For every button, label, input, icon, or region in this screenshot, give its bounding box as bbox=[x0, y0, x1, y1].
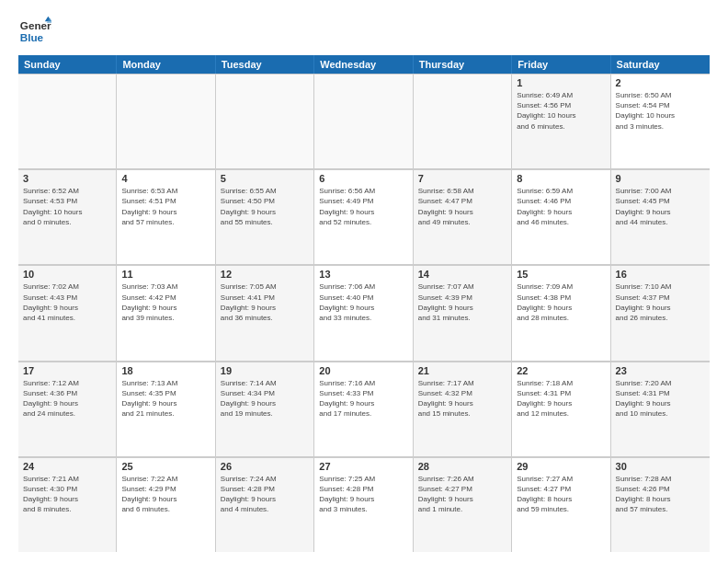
calendar-header-cell: Friday bbox=[512, 55, 610, 74]
day-number: 23 bbox=[616, 365, 705, 376]
day-info: Sunrise: 7:14 AMSunset: 4:34 PMDaylight:… bbox=[221, 378, 309, 419]
day-info: Sunrise: 6:55 AMSunset: 4:50 PMDaylight:… bbox=[221, 186, 309, 227]
calendar-cell: 17Sunrise: 7:12 AMSunset: 4:36 PMDayligh… bbox=[18, 362, 117, 456]
calendar-week: 10Sunrise: 7:02 AMSunset: 4:43 PMDayligh… bbox=[18, 265, 710, 361]
calendar-cell: 5Sunrise: 6:55 AMSunset: 4:50 PMDaylight… bbox=[216, 169, 314, 264]
day-number: 4 bbox=[121, 173, 210, 184]
day-number: 13 bbox=[319, 269, 407, 280]
day-info: Sunrise: 7:18 AMSunset: 4:31 PMDaylight:… bbox=[517, 378, 605, 419]
day-number: 10 bbox=[23, 269, 111, 280]
calendar-week: 3Sunrise: 6:52 AMSunset: 4:53 PMDaylight… bbox=[18, 169, 710, 265]
day-info: Sunrise: 6:52 AMSunset: 4:53 PMDaylight:… bbox=[23, 186, 111, 227]
day-number: 27 bbox=[319, 461, 407, 472]
day-info: Sunrise: 6:53 AMSunset: 4:51 PMDaylight:… bbox=[121, 186, 210, 227]
day-info: Sunrise: 7:24 AMSunset: 4:28 PMDaylight:… bbox=[221, 474, 309, 515]
day-info: Sunrise: 7:28 AMSunset: 4:26 PMDaylight:… bbox=[616, 474, 705, 515]
calendar-cell: 30Sunrise: 7:28 AMSunset: 4:26 PMDayligh… bbox=[611, 457, 710, 552]
day-number: 11 bbox=[121, 269, 210, 280]
calendar-cell: 25Sunrise: 7:22 AMSunset: 4:29 PMDayligh… bbox=[117, 457, 215, 552]
day-info: Sunrise: 7:00 AMSunset: 4:45 PMDaylight:… bbox=[616, 186, 705, 227]
day-info: Sunrise: 6:59 AMSunset: 4:46 PMDaylight:… bbox=[517, 186, 605, 227]
day-number: 12 bbox=[221, 269, 309, 280]
calendar-cell: 3Sunrise: 6:52 AMSunset: 4:53 PMDaylight… bbox=[18, 169, 117, 264]
logo-icon: General Blue bbox=[18, 15, 51, 48]
calendar-cell: 16Sunrise: 7:10 AMSunset: 4:37 PMDayligh… bbox=[611, 265, 710, 360]
calendar-cell: 23Sunrise: 7:20 AMSunset: 4:31 PMDayligh… bbox=[611, 362, 710, 456]
day-number: 5 bbox=[221, 173, 309, 184]
day-info: Sunrise: 7:26 AMSunset: 4:27 PMDaylight:… bbox=[418, 474, 506, 515]
day-info: Sunrise: 7:25 AMSunset: 4:28 PMDaylight:… bbox=[319, 474, 407, 515]
calendar-week: 17Sunrise: 7:12 AMSunset: 4:36 PMDayligh… bbox=[18, 362, 710, 457]
calendar-cell: 22Sunrise: 7:18 AMSunset: 4:31 PMDayligh… bbox=[512, 362, 610, 456]
day-number: 22 bbox=[517, 365, 605, 376]
day-number: 7 bbox=[418, 173, 506, 184]
calendar-cell: 13Sunrise: 7:06 AMSunset: 4:40 PMDayligh… bbox=[314, 265, 413, 360]
svg-text:Blue: Blue bbox=[20, 31, 44, 43]
calendar-header-cell: Tuesday bbox=[216, 55, 314, 74]
day-number: 25 bbox=[121, 461, 210, 472]
calendar-cell: 20Sunrise: 7:16 AMSunset: 4:33 PMDayligh… bbox=[314, 362, 413, 456]
logo: General Blue bbox=[18, 15, 51, 48]
day-number: 9 bbox=[616, 173, 705, 184]
calendar-body: 1Sunrise: 6:49 AMSunset: 4:56 PMDaylight… bbox=[18, 74, 710, 552]
calendar-cell bbox=[18, 74, 117, 168]
day-info: Sunrise: 7:03 AMSunset: 4:42 PMDaylight:… bbox=[121, 282, 210, 323]
calendar-cell: 14Sunrise: 7:07 AMSunset: 4:39 PMDayligh… bbox=[414, 265, 512, 360]
calendar-cell bbox=[216, 74, 314, 168]
calendar-header-cell: Monday bbox=[117, 55, 215, 74]
day-info: Sunrise: 6:56 AMSunset: 4:49 PMDaylight:… bbox=[319, 186, 407, 227]
day-info: Sunrise: 7:05 AMSunset: 4:41 PMDaylight:… bbox=[221, 282, 309, 323]
calendar-cell: 9Sunrise: 7:00 AMSunset: 4:45 PMDaylight… bbox=[611, 169, 710, 264]
calendar-week: 1Sunrise: 6:49 AMSunset: 4:56 PMDaylight… bbox=[18, 74, 710, 169]
day-info: Sunrise: 6:58 AMSunset: 4:47 PMDaylight:… bbox=[418, 186, 506, 227]
day-info: Sunrise: 7:09 AMSunset: 4:38 PMDaylight:… bbox=[517, 282, 605, 323]
day-info: Sunrise: 7:12 AMSunset: 4:36 PMDaylight:… bbox=[23, 378, 111, 419]
day-info: Sunrise: 7:13 AMSunset: 4:35 PMDaylight:… bbox=[121, 378, 210, 419]
calendar-cell: 11Sunrise: 7:03 AMSunset: 4:42 PMDayligh… bbox=[117, 265, 215, 360]
day-info: Sunrise: 6:50 AMSunset: 4:54 PMDaylight:… bbox=[616, 90, 705, 132]
day-info: Sunrise: 7:06 AMSunset: 4:40 PMDaylight:… bbox=[319, 282, 407, 323]
day-info: Sunrise: 7:17 AMSunset: 4:32 PMDaylight:… bbox=[418, 378, 506, 419]
day-number: 18 bbox=[121, 365, 210, 376]
day-number: 1 bbox=[517, 77, 605, 88]
calendar-cell: 10Sunrise: 7:02 AMSunset: 4:43 PMDayligh… bbox=[18, 265, 117, 360]
day-info: Sunrise: 7:20 AMSunset: 4:31 PMDaylight:… bbox=[616, 378, 705, 419]
day-number: 30 bbox=[616, 461, 705, 472]
calendar-cell: 2Sunrise: 6:50 AMSunset: 4:54 PMDaylight… bbox=[611, 74, 710, 168]
calendar-cell: 28Sunrise: 7:26 AMSunset: 4:27 PMDayligh… bbox=[414, 457, 512, 552]
day-info: Sunrise: 7:16 AMSunset: 4:33 PMDaylight:… bbox=[319, 378, 407, 419]
day-number: 3 bbox=[23, 173, 111, 184]
day-number: 6 bbox=[319, 173, 407, 184]
calendar-cell: 24Sunrise: 7:21 AMSunset: 4:30 PMDayligh… bbox=[18, 457, 117, 552]
day-number: 20 bbox=[319, 365, 407, 376]
calendar: SundayMondayTuesdayWednesdayThursdayFrid… bbox=[18, 55, 710, 552]
calendar-cell: 8Sunrise: 6:59 AMSunset: 4:46 PMDaylight… bbox=[512, 169, 610, 264]
day-info: Sunrise: 6:49 AMSunset: 4:56 PMDaylight:… bbox=[517, 90, 605, 132]
calendar-cell: 21Sunrise: 7:17 AMSunset: 4:32 PMDayligh… bbox=[414, 362, 512, 456]
calendar-header-cell: Wednesday bbox=[314, 55, 413, 74]
calendar-cell: 26Sunrise: 7:24 AMSunset: 4:28 PMDayligh… bbox=[216, 457, 314, 552]
calendar-cell: 12Sunrise: 7:05 AMSunset: 4:41 PMDayligh… bbox=[216, 265, 314, 360]
day-info: Sunrise: 7:27 AMSunset: 4:27 PMDaylight:… bbox=[517, 474, 605, 515]
calendar-header-cell: Sunday bbox=[18, 55, 117, 74]
calendar-cell: 6Sunrise: 6:56 AMSunset: 4:49 PMDaylight… bbox=[314, 169, 413, 264]
day-number: 24 bbox=[23, 461, 111, 472]
calendar-cell bbox=[314, 74, 413, 168]
calendar-cell: 1Sunrise: 6:49 AMSunset: 4:56 PMDaylight… bbox=[512, 74, 610, 168]
day-number: 19 bbox=[221, 365, 309, 376]
calendar-week: 24Sunrise: 7:21 AMSunset: 4:30 PMDayligh… bbox=[18, 457, 710, 552]
calendar-cell: 4Sunrise: 6:53 AMSunset: 4:51 PMDaylight… bbox=[117, 169, 215, 264]
day-number: 28 bbox=[418, 461, 506, 472]
calendar-cell: 27Sunrise: 7:25 AMSunset: 4:28 PMDayligh… bbox=[314, 457, 413, 552]
day-number: 17 bbox=[23, 365, 111, 376]
calendar-cell: 18Sunrise: 7:13 AMSunset: 4:35 PMDayligh… bbox=[117, 362, 215, 456]
day-number: 8 bbox=[517, 173, 605, 184]
day-number: 26 bbox=[221, 461, 309, 472]
day-info: Sunrise: 7:07 AMSunset: 4:39 PMDaylight:… bbox=[418, 282, 506, 323]
calendar-header-cell: Thursday bbox=[414, 55, 512, 74]
day-info: Sunrise: 7:02 AMSunset: 4:43 PMDaylight:… bbox=[23, 282, 111, 323]
day-number: 15 bbox=[517, 269, 605, 280]
calendar-header: SundayMondayTuesdayWednesdayThursdayFrid… bbox=[18, 55, 710, 74]
day-info: Sunrise: 7:22 AMSunset: 4:29 PMDaylight:… bbox=[121, 474, 210, 515]
calendar-cell bbox=[117, 74, 215, 168]
